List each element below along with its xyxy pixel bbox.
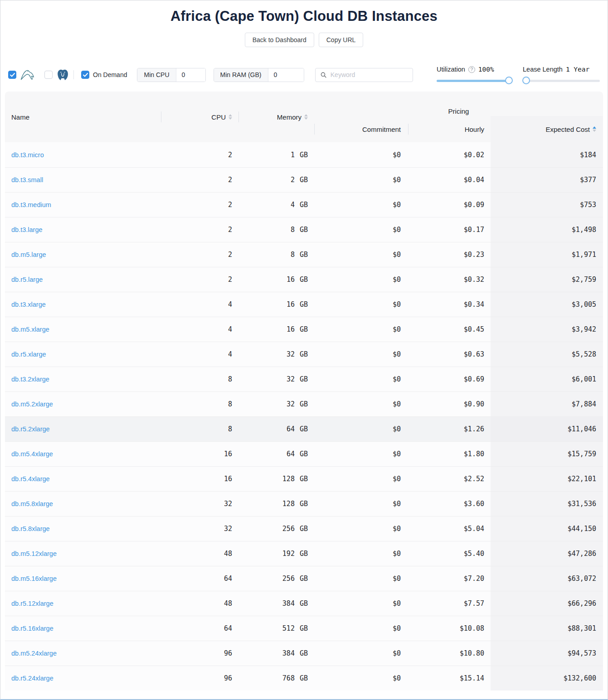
instance-name-link[interactable]: db.m5.8xlarge xyxy=(11,500,53,507)
sort-icon[interactable] xyxy=(229,114,232,120)
column-header-expected-cost[interactable]: Expected Cost xyxy=(491,116,603,142)
sort-icon[interactable] xyxy=(304,114,308,120)
column-header-cpu[interactable]: CPU xyxy=(161,92,238,142)
utilization-value: 100% xyxy=(478,66,494,73)
table-row: db.m5.xlarge 4 16 GB $0 $0.45 $3,942 xyxy=(5,317,603,342)
utilization-slider[interactable] xyxy=(437,77,509,85)
instance-name-link[interactable]: db.m5.16xlarge xyxy=(11,575,57,582)
cpu-cell: 64 xyxy=(161,566,238,591)
cpu-cell: 2 xyxy=(161,217,238,242)
memory-cell: 16 GB xyxy=(238,292,314,317)
mysql-filter-checkbox[interactable] xyxy=(8,71,16,79)
column-header-name[interactable]: Name xyxy=(5,92,161,142)
memory-cell: 32 GB xyxy=(238,342,314,367)
table-row: db.r5.4xlarge 16 128 GB $0 $2.52 $22,101 xyxy=(5,466,603,491)
instance-name-link[interactable]: db.r5.xlarge xyxy=(11,351,46,358)
hourly-cell: $2.52 xyxy=(408,467,491,491)
cpu-cell: 96 xyxy=(161,666,238,690)
column-header-commitment[interactable]: Commitment xyxy=(314,116,408,142)
commitment-cell: $0 xyxy=(314,267,408,292)
utilization-control: Utilization ? 100% xyxy=(437,65,509,85)
memory-cell: 128 GB xyxy=(238,492,314,516)
min-ram-input[interactable] xyxy=(268,68,304,82)
cpu-cell: 2 xyxy=(161,193,238,217)
commitment-cell: $0 xyxy=(314,492,408,516)
instance-name-link[interactable]: db.r5.8xlarge xyxy=(11,525,50,532)
slider-handle[interactable] xyxy=(505,77,513,84)
instance-name-cell: db.m5.large xyxy=(5,242,161,267)
page-title: Africa (Cape Town) Cloud DB Instances xyxy=(0,7,608,26)
commitment-cell: $0 xyxy=(314,342,408,367)
table-row: db.m5.2xlarge 8 32 GB $0 $0.90 $7,884 xyxy=(5,391,603,416)
on-demand-checkbox[interactable] xyxy=(81,71,89,79)
instance-name-link[interactable]: db.m5.4xlarge xyxy=(11,450,53,458)
instance-name-cell: db.t3.xlarge xyxy=(5,292,161,317)
table-row: db.m5.large 2 8 GB $0 $0.23 $1,971 xyxy=(5,242,603,267)
instance-name-link[interactable]: db.m5.large xyxy=(11,251,46,258)
instance-name-link[interactable]: db.t3.medium xyxy=(11,201,51,208)
instance-name-link[interactable]: db.r5.24xlarge xyxy=(11,675,54,682)
instance-name-cell: db.r5.16xlarge xyxy=(5,616,161,641)
instance-name-link[interactable]: db.r5.16xlarge xyxy=(11,625,54,632)
column-header-memory[interactable]: Memory xyxy=(238,92,314,142)
commitment-cell: $0 xyxy=(314,517,408,541)
commitment-cell: $0 xyxy=(314,591,408,616)
table-row: db.m5.12xlarge 48 192 GB $0 $5.40 $47,28… xyxy=(5,541,603,566)
instances-table: Name CPU Memory Pricing Commitment Hourl… xyxy=(5,92,603,690)
cpu-cell: 16 xyxy=(161,467,238,491)
instance-name-link[interactable]: db.m5.2xlarge xyxy=(11,401,53,408)
table-header: Name CPU Memory Pricing Commitment Hourl… xyxy=(5,92,603,142)
instance-name-cell: db.t3.medium xyxy=(5,193,161,217)
instance-name-link[interactable]: db.r5.4xlarge xyxy=(11,475,50,483)
instance-name-link[interactable]: db.t3.2xlarge xyxy=(11,376,49,383)
instance-name-link[interactable]: db.r5.2xlarge xyxy=(11,425,50,433)
instance-name-link[interactable]: db.t3.large xyxy=(11,226,43,233)
instance-name-cell: db.r5.8xlarge xyxy=(5,517,161,541)
postgresql-filter-checkbox[interactable] xyxy=(44,71,53,79)
instance-name-link[interactable]: db.r5.large xyxy=(11,276,43,283)
back-to-dashboard-button[interactable]: Back to Dashboard xyxy=(245,33,314,47)
instance-name-link[interactable]: db.m5.24xlarge xyxy=(11,650,57,657)
instance-name-link[interactable]: db.t3.xlarge xyxy=(11,301,46,308)
commitment-cell: $0 xyxy=(314,142,408,167)
commitment-cell: $0 xyxy=(314,168,408,192)
min-cpu-label: Min CPU xyxy=(137,68,176,82)
instance-name-link[interactable]: db.t3.small xyxy=(11,176,43,183)
toolbar: Back to Dashboard Copy URL xyxy=(0,33,608,47)
cpu-cell: 96 xyxy=(161,641,238,666)
commitment-cell: $0 xyxy=(314,616,408,641)
instance-name-link[interactable]: db.m5.xlarge xyxy=(11,326,49,333)
commitment-cell: $0 xyxy=(314,417,408,441)
help-icon[interactable]: ? xyxy=(468,66,475,73)
instance-name-link[interactable]: db.m5.12xlarge xyxy=(11,550,57,557)
memory-cell: 384 GB xyxy=(238,641,314,666)
min-ram-label: Min RAM (GB) xyxy=(214,68,268,82)
sort-icon-active[interactable] xyxy=(593,126,596,132)
instance-name-cell: db.t3.large xyxy=(5,217,161,242)
postgresql-icon xyxy=(57,69,69,81)
memory-cell: 64 GB xyxy=(238,442,314,466)
instance-name-cell: db.m5.4xlarge xyxy=(5,442,161,466)
memory-cell: 32 GB xyxy=(238,367,314,391)
cpu-cell: 4 xyxy=(161,292,238,317)
cpu-cell: 32 xyxy=(161,492,238,516)
instance-name-link[interactable]: db.t3.micro xyxy=(11,151,44,159)
slider-handle[interactable] xyxy=(522,77,530,84)
instance-name-link[interactable]: db.r5.12xlarge xyxy=(11,600,54,607)
mysql-icon xyxy=(20,69,34,81)
min-cpu-group: Min CPU xyxy=(137,68,205,82)
column-header-hourly[interactable]: Hourly xyxy=(408,116,491,142)
keyword-input[interactable] xyxy=(331,71,408,78)
copy-url-button[interactable]: Copy URL xyxy=(319,33,364,47)
table-row: db.m5.8xlarge 32 128 GB $0 $3.60 $31,536 xyxy=(5,491,603,516)
expected-cost-cell: $44,150 xyxy=(491,517,603,541)
lease-length-slider[interactable] xyxy=(523,77,600,85)
hourly-cell: $0.09 xyxy=(408,193,491,217)
keyword-search xyxy=(315,68,413,82)
instance-name-cell: db.r5.large xyxy=(5,267,161,292)
min-cpu-input[interactable] xyxy=(176,68,205,82)
commitment-cell: $0 xyxy=(314,217,408,242)
cpu-cell: 48 xyxy=(161,541,238,566)
instance-name-cell: db.t3.micro xyxy=(5,142,161,167)
hourly-cell: $10.08 xyxy=(408,616,491,641)
